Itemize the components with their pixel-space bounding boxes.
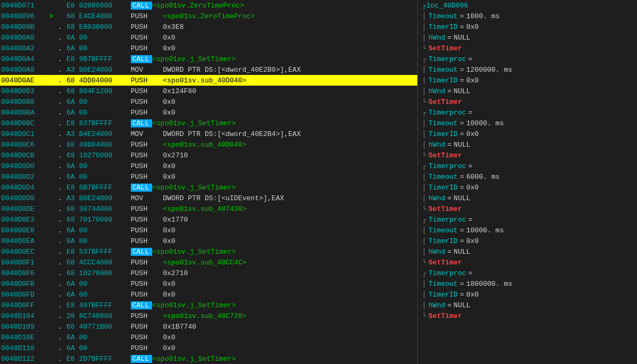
disasm-row[interactable]: 0040D0FF .E8 407BFFFFCALL <spo01sv.j_Set…: [0, 300, 417, 310]
disasm-row[interactable]: 0040D0F6 .68 10270000PUSH 0x2710: [0, 268, 417, 278]
disasm-bytes: 68 30744000: [66, 205, 131, 213]
disasm-row[interactable]: 0040D0C1 .A3 B4E24000MOV DWORD PTR DS:[<…: [0, 128, 417, 139]
info-val: NULL: [454, 248, 470, 256]
disasm-row[interactable]: 0040D0D4 .E8 6B7BFFFFCALL <spo01sv.j_Set…: [0, 182, 417, 193]
disasm-addr: 0040D104: [1, 312, 49, 320]
info-key: TimerID: [429, 77, 458, 85]
info-val: 1000. ms: [466, 12, 499, 20]
info-key: Timeout: [429, 173, 458, 181]
disasm-row[interactable]: 0040D0E8 .6A 00PUSH 0x0: [0, 225, 417, 236]
disasm-row[interactable]: 0040D112 .E8 2D7BFFFFCALL <spo01sv.j_Set…: [0, 353, 417, 364]
disasm-dot: .: [58, 162, 66, 170]
disasm-dot: .: [58, 301, 66, 309]
disasm-operand: 0x2710: [163, 269, 188, 277]
disasm-dot: .: [58, 280, 66, 288]
disasm-mnemonic: CALL: [131, 301, 152, 309]
disasm-row[interactable]: 0040D0A9 .A3 B0E24000MOV DWORD PTR DS:[<…: [0, 64, 417, 75]
disasm-row[interactable]: 0040D0D9 .A3 B8E24000MOV DWORD PTR DS:[<…: [0, 193, 417, 203]
disasm-addr: 0040D0C6: [1, 141, 49, 149]
info-line: └SetTimer: [420, 203, 637, 214]
disasm-bytes: 6A 00: [66, 333, 131, 342]
info-key: Timeout: [429, 226, 458, 234]
disasm-row[interactable]: 0040D0D2 .6A 00PUSH 0x0: [0, 171, 417, 182]
disasm-mnemonic: CALL: [131, 248, 152, 256]
disasm-mnemonic: PUSH: [131, 141, 163, 149]
info-line: │TimerID=0x0: [420, 128, 637, 139]
disasm-operand: <spo01sv.ZeroTimeProc>: [163, 12, 255, 20]
info-line: └SetTimer: [420, 257, 637, 268]
disasm-row[interactable]: 0040D0FD .6A 00PUSH 0x0: [0, 289, 417, 300]
disasm-row[interactable]: 0040D0D0 .6A 00PUSH 0x0: [0, 161, 417, 171]
disasm-row[interactable]: 0040D0B8 .6A 00PUSH 0x0: [0, 96, 417, 107]
disasm-bytes: E8 6B7BFFFF: [66, 184, 131, 192]
disasm-mnemonic: PUSH: [131, 98, 163, 106]
disasm-row[interactable]: 0040D0AE .68 4DD04000PUSH <spo01sv.sub_4…: [0, 75, 417, 86]
disasm-mnemonic: PUSH: [131, 269, 163, 277]
info-panel: ┌loc_40D096│Timeout=1000. ms│TimerID=0x0…: [418, 0, 637, 364]
disasm-operand: 0x2710: [163, 151, 188, 160]
disasm-dot: .: [58, 34, 66, 42]
disasm-addr: 0040D0D0: [1, 162, 49, 170]
disasm-row[interactable]: 0040D0C6 .68 48D04000PUSH <spo01sv.sub_4…: [0, 139, 417, 150]
disasm-row[interactable]: 0040D10E .6A 00PUSH 0x0: [0, 332, 417, 343]
disasm-row[interactable]: 0040D0B3 .68 804F1200PUSH 0x124F80: [0, 86, 417, 96]
info-line: └SetTimer: [420, 150, 637, 161]
disasm-dot: .: [58, 23, 66, 31]
disasm-bytes: E8 9B7BFFFF: [66, 55, 131, 63]
settimer-label: SetTimer: [429, 151, 462, 160]
disasm-bytes: 6A 00: [66, 98, 131, 106]
disasm-row[interactable]: 0040D096 > 68 E4CE4000PUSH <spo01sv.Zero…: [0, 11, 417, 21]
disasm-dot: .: [58, 226, 66, 234]
disasm-addr: 0040D0A2: [1, 44, 49, 52]
disasm-row[interactable]: 0040D110 .6A 00PUSH 0x0: [0, 343, 417, 353]
disasm-addr: 0040D112: [1, 355, 49, 363]
disasm-row[interactable]: 0040D104 .28 8C740000PUSH <spo01sv.sub_4…: [0, 310, 417, 321]
disasm-row[interactable]: 0040D0EA .6A 00PUSH 0x0: [0, 236, 417, 246]
disasm-row[interactable]: 0040D0A2 .6A 00PUSH 0x0: [0, 43, 417, 54]
disasm-row[interactable]: 0040D0FB .6A 00PUSH 0x0: [0, 278, 417, 289]
disasm-row[interactable]: 0040D0A0 .6A 00PUSH 0x0: [0, 32, 417, 43]
disasm-addr: 0040D0B3: [1, 87, 49, 95]
info-val: NULL: [454, 34, 470, 42]
disasm-operand: 0x3E8: [163, 23, 184, 31]
disasm-row[interactable]: 0040D0E3 .68 70170000PUSH 0x1770: [0, 214, 417, 225]
disasm-mnemonic: PUSH: [131, 173, 163, 181]
disasm-mnemonic: MOV: [131, 66, 163, 74]
disasm-row[interactable]: 0040D09B .68 E8030000PUSH 0x3E8: [0, 21, 417, 32]
disasm-mnemonic: PUSH: [131, 151, 163, 160]
info-line: │TimerID=0x0: [420, 182, 637, 193]
disasm-addr: 0040D110: [1, 344, 49, 352]
disasm-dot: .: [58, 98, 66, 106]
info-blocks-container: ┌loc_40D096│Timeout=1000. ms│TimerID=0x0…: [420, 0, 637, 321]
disasm-bytes: 68 48D04000: [66, 141, 131, 149]
disasm-bytes: 6A 00: [66, 237, 131, 245]
info-val: 6000. ms: [466, 173, 499, 181]
disasm-row[interactable]: 0040D071 E8 02080000CALL <spo01sv.ZeroTi…: [0, 0, 417, 11]
disasm-addr: 0040D0EC: [1, 248, 49, 256]
disasm-mnemonic: PUSH: [131, 344, 163, 352]
disasm-addr: 0040D0D4: [1, 184, 49, 192]
disasm-row[interactable]: 0040D0BC .E8 837BFFFFCALL <spo01sv.j_Set…: [0, 118, 417, 128]
disasm-operand: 0x1B7740: [163, 323, 196, 331]
disasm-row[interactable]: 0040D0BA .6A 00PUSH 0x0: [0, 107, 417, 118]
info-val: 10000. ms: [466, 119, 504, 127]
disassembly-panel: 0040D071 E8 02080000CALL <spo01sv.ZeroTi…: [0, 0, 418, 364]
disasm-addr: 0040D109: [1, 323, 49, 331]
disasm-row[interactable]: 0040D109 .68 40771B00PUSH 0x1B7740: [0, 321, 417, 332]
disasm-dot: .: [58, 109, 66, 117]
disasm-row[interactable]: 0040D0DE .68 30744000PUSH <spo01sv.sub_4…: [0, 203, 417, 214]
disasm-row[interactable]: 0040D0EC .E8 537BFFFFCALL <spo01sv.j_Set…: [0, 246, 417, 257]
disasm-dot: .: [58, 248, 66, 256]
disasm-bytes: 68 70170000: [66, 216, 131, 224]
disasm-bytes: A3 B8E24000: [66, 194, 131, 202]
disasm-addr: 0040D0D9: [1, 194, 49, 202]
disasm-dot: .: [58, 291, 66, 299]
disasm-row[interactable]: 0040D0CB .68 10270000PUSH 0x2710: [0, 150, 417, 161]
disasm-addr: 0040D09B: [1, 23, 49, 31]
info-key: hWnd: [429, 248, 445, 256]
disasm-row[interactable]: 0040D0F1 .68 4CCC4000PUSH <spo01sv.sub_4…: [0, 257, 417, 268]
disasm-operand: <spo01sv.sub_40C728>: [163, 312, 246, 320]
disasm-row[interactable]: 0040D0A4 .E8 9B7BFFFFCALL <spo01sv.j_Set…: [0, 54, 417, 64]
disasm-mnemonic: PUSH: [131, 291, 163, 299]
disasm-dot: .: [58, 205, 66, 213]
